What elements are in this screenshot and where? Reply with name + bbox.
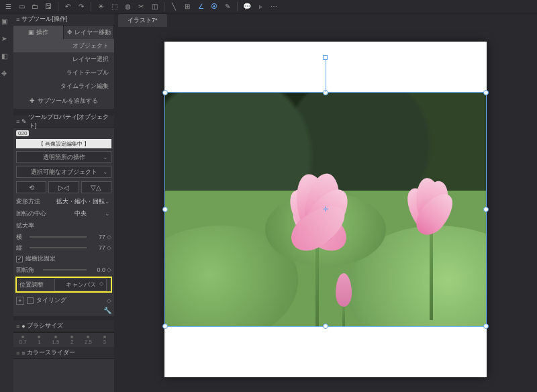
panel-menu-icon[interactable]: ≡ xyxy=(16,323,19,330)
redo-icon[interactable]: ↷ xyxy=(76,1,87,12)
undo-icon[interactable]: ↶ xyxy=(62,1,73,12)
position-label: 位置調整 xyxy=(19,281,53,289)
height-value: 77 xyxy=(87,244,107,251)
panel-menu-icon[interactable]: ≡ xyxy=(16,350,19,356)
position-value: キャンバス xyxy=(66,281,96,288)
brush-size-cell[interactable]: 2.5 xyxy=(81,336,95,345)
top-toolbar: ☰ ▭ 🗀 🖫 ↶ ↷ ☀ ⬚ ◍ ✂ ◫ ╲ ⊞ ∠ ⦿ ✎ 💬 ▹ ⋯ xyxy=(0,0,537,13)
layer-tool-icon[interactable]: ◧ xyxy=(1,52,12,63)
snap-grid-icon[interactable]: ⊞ xyxy=(182,1,193,12)
wrench-icon[interactable]: 🔧 xyxy=(103,307,111,316)
transform-icon[interactable]: ◫ xyxy=(149,1,160,12)
flip-v-button[interactable]: ▽△ xyxy=(81,181,111,193)
snap-ruler-icon[interactable]: ∠ xyxy=(195,1,206,12)
menu-icon[interactable]: ☰ xyxy=(3,1,13,12)
stepper-icon[interactable]: ◇ xyxy=(107,266,111,273)
subtool-light-table[interactable]: ライトテーブル xyxy=(13,66,114,79)
scale-label-row: 拡大率 xyxy=(13,219,114,232)
crop-icon[interactable]: ✂ xyxy=(136,1,146,12)
toolprop-header: ≡ ✎ ツールプロパティ[オブジェクト] xyxy=(13,115,114,128)
pencil-icon: ✎ xyxy=(21,118,27,125)
angle-value: 0.0 xyxy=(87,266,107,273)
position-highlight: 位置調整 キャンバス xyxy=(15,277,112,293)
transform-method-row[interactable]: 変形方法 拡大・縮小・回転 ⌄ xyxy=(13,195,114,207)
width-label: 横 xyxy=(16,233,30,242)
new-icon[interactable]: ▭ xyxy=(16,1,27,12)
check-icon: ✓ xyxy=(16,256,23,262)
save-icon[interactable]: 🖫 xyxy=(43,1,54,12)
reset-angle-button[interactable]: ⟲ xyxy=(16,181,46,193)
subtool-layer-select[interactable]: レイヤー選択 xyxy=(13,52,114,66)
clear-icon[interactable]: ☀ xyxy=(95,1,106,12)
rotation-center-label: 回転の中心 xyxy=(16,209,50,218)
slider-icon: ≡ xyxy=(21,350,25,356)
angle-row[interactable]: 回転角 0.0 ◇ xyxy=(13,264,114,275)
stepper-icon[interactable]: ◇ xyxy=(107,244,111,251)
brush-size-cell[interactable]: 3 xyxy=(98,336,111,345)
lock-aspect-checkbox[interactable]: ✓ 縦横比固定 xyxy=(13,253,114,264)
rotation-handle[interactable] xyxy=(323,55,328,60)
ruler-edit-icon[interactable]: ✎ xyxy=(222,1,233,12)
subtool-header: ≡ サブツール[操作] xyxy=(13,13,114,26)
brush-size-cell[interactable]: 1.5 xyxy=(49,336,62,345)
chevron-down-icon: ⌄ xyxy=(105,198,110,205)
tab-label: レイヤー移動 xyxy=(75,28,111,37)
tab-label: 操作 xyxy=(36,28,48,37)
position-row[interactable]: 位置調整 キャンバス xyxy=(17,278,111,291)
add-subtool-button[interactable]: ✚ サブツールを追加する xyxy=(13,93,114,109)
fill-icon[interactable]: ◍ xyxy=(122,1,133,12)
snap-special-icon[interactable]: ⦿ xyxy=(209,1,219,12)
pointer-tool-icon[interactable]: ➤ xyxy=(1,35,12,46)
canvas-paper: ✛ xyxy=(164,42,487,377)
width-row[interactable]: 横 77 ◇ xyxy=(13,232,114,242)
panel-menu-icon[interactable]: ≡ xyxy=(16,118,19,125)
canvas[interactable]: ✛ xyxy=(114,27,537,392)
tiling-label: タイリング xyxy=(36,296,66,305)
placed-image[interactable] xyxy=(164,92,487,327)
subtool-title: サブツール[操作] xyxy=(21,15,67,23)
subtool-object[interactable]: オブジェクト xyxy=(13,39,114,52)
deselect-icon[interactable]: ⬚ xyxy=(109,1,119,12)
brush-header: ≡ ● ブラシサイズ xyxy=(13,320,114,332)
stepper-icon[interactable]: ◇ xyxy=(107,234,111,240)
tab-layer-move[interactable]: ✥ レイヤー移動 xyxy=(64,26,114,39)
colorslider-header: ≡ ≡ カラースライダー xyxy=(13,347,114,359)
snap-line-icon[interactable]: ╲ xyxy=(168,1,179,12)
more-icon[interactable]: ⋯ xyxy=(268,1,279,12)
height-row[interactable]: 縦 77 ◇ xyxy=(13,242,114,253)
image-editing-label: 【 画像設定編集中 】 xyxy=(16,139,111,148)
flip-h-button[interactable]: ▷◁ xyxy=(48,181,79,193)
tiling-checkbox[interactable] xyxy=(27,297,34,304)
brush-size-cell[interactable]: 0.7 xyxy=(16,336,30,345)
left-sidebar: ≡ サブツール[操作] ▣ 操作 ✥ レイヤー移動 オブジェクト レイヤー選択 … xyxy=(13,13,114,392)
transparent-op-dropdown[interactable]: 透明箇所の操作 xyxy=(16,151,111,163)
brush-size-cell[interactable]: 1 xyxy=(32,336,46,345)
subtool-timeline[interactable]: タイムライン編集 xyxy=(13,79,114,93)
height-label: 縦 xyxy=(16,244,30,252)
rotation-center-value: 中央 xyxy=(50,209,111,218)
operation-icon: ▣ xyxy=(28,29,34,36)
open-icon[interactable]: 🗀 xyxy=(30,1,40,12)
transform-method-value: 拡大・縮小・回転 xyxy=(50,197,111,206)
tab-operation[interactable]: ▣ 操作 xyxy=(13,26,64,39)
colorslider-title: カラースライダー xyxy=(27,348,75,357)
angle-label: 回転角 xyxy=(16,266,43,275)
play-icon[interactable]: ▹ xyxy=(255,1,266,12)
panel-menu-icon[interactable]: ≡ xyxy=(16,16,19,23)
chat-icon[interactable]: 💬 xyxy=(242,1,252,12)
add-label: サブツールを追加する xyxy=(38,97,98,105)
position-dropdown[interactable]: キャンバス xyxy=(54,279,107,291)
document-tab[interactable]: イラスト7* xyxy=(118,14,167,27)
operation-tool-icon[interactable]: ▣ xyxy=(1,17,12,28)
selectable-dropdown[interactable]: 選択可能なオブジェクト xyxy=(16,166,111,178)
brush-title: ブラシサイズ xyxy=(27,322,63,330)
tiling-row: + タイリング ◇ xyxy=(13,294,114,307)
rotation-center-row[interactable]: 回転の中心 中央 ⌄ xyxy=(13,207,114,219)
doc-tab-label: イラスト7* xyxy=(128,17,158,23)
expand-icon[interactable]: + xyxy=(16,297,24,305)
chevron-down-icon[interactable]: ◇ xyxy=(107,297,111,304)
move-tool-icon[interactable]: ✥ xyxy=(1,70,12,81)
brush-size-cell[interactable]: 2 xyxy=(65,336,79,345)
scale-label: 拡大率 xyxy=(16,222,50,230)
lock-aspect-label: 縦横比固定 xyxy=(26,254,56,263)
